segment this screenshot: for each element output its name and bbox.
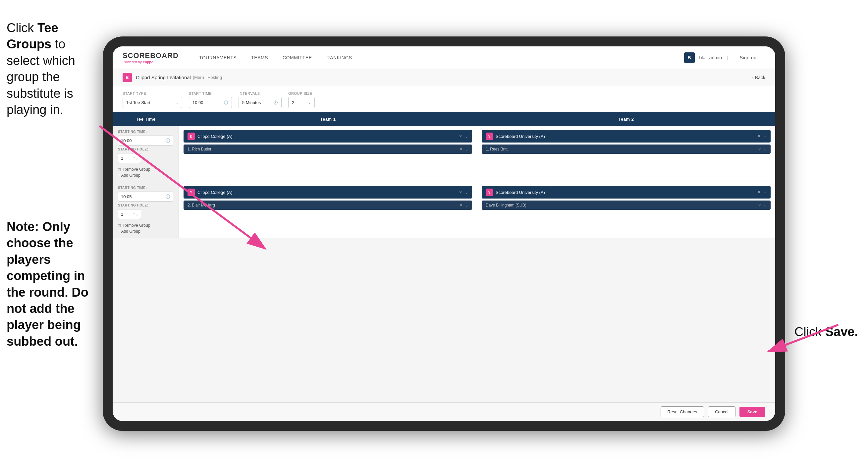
signout-link[interactable]: Sign out: [733, 52, 765, 63]
stepper-icon-2: ⌃⌄: [132, 212, 138, 216]
expand-icon-player-2-1[interactable]: ⌄: [465, 203, 468, 207]
save-button[interactable]: Save: [740, 407, 765, 417]
start-time-input[interactable]: 10:00 🕐: [189, 97, 232, 108]
starting-hole-label-2: STARTING HOLE:: [118, 204, 173, 207]
group-size-input[interactable]: 2 ⌄: [288, 97, 315, 108]
starting-time-input-2[interactable]: 10:05 🕐: [118, 192, 173, 202]
tablet-frame: SCOREBOARD Powered by clippd TOURNAMENTS…: [103, 36, 785, 431]
group-size-label: Group Size: [288, 91, 315, 95]
instruction-text-content: Click Tee Groups to select which group t…: [7, 21, 75, 117]
starting-time-label-2: STARTING TIME:: [118, 186, 173, 189]
settings-row: Start Type 1st Tee Start ⌄ Start Time 10…: [113, 86, 775, 108]
col-team1: Team 1: [179, 112, 477, 126]
intervals-field: Intervals 5 Minutes 🕐: [239, 91, 282, 108]
intervals-input[interactable]: 5 Minutes 🕐: [239, 97, 282, 108]
player-name-2-2: Dave Billingham (SUB): [486, 203, 526, 207]
event-icon: B: [123, 73, 132, 82]
event-title: Clippd Spring Invitational: [136, 75, 191, 80]
close-icon-2-1[interactable]: ✕: [459, 190, 462, 195]
admin-label: blair admin: [700, 55, 722, 60]
close-icon-1-1[interactable]: ✕: [459, 134, 462, 139]
team-controls-2-1: ✕ ⌄: [459, 190, 468, 195]
nav-right: B blair admin | Sign out: [684, 52, 766, 63]
group-2-actions: 🗑 Remove Group + Add Group: [118, 223, 173, 234]
group-2-team1: B Clippd College (A) ✕ ⌄ 2. Blair McHarg…: [179, 182, 477, 238]
tablet-screen: SCOREBOARD Powered by clippd TOURNAMENTS…: [113, 47, 775, 421]
group-1-team2: S Scoreboard University (A) ✕ ⌄ 1. Rees …: [477, 126, 775, 182]
remove-group-button-1[interactable]: 🗑 Remove Group: [118, 167, 173, 172]
add-group-button-2[interactable]: + Add Group: [118, 229, 173, 234]
expand-icon-1-2[interactable]: ⌄: [763, 134, 767, 139]
player-card-1-2[interactable]: 1. Rees Britt ✕ ⌄: [482, 145, 771, 154]
expand-icon-2-2[interactable]: ⌄: [763, 190, 767, 195]
logo-scoreboard: SCOREBOARD: [123, 51, 179, 60]
nav-teams[interactable]: TEAMS: [244, 52, 275, 63]
group-size-field: Group Size 2 ⌄: [288, 91, 315, 108]
nav-rankings[interactable]: RANKINGS: [319, 52, 360, 63]
expand-icon-player-2-2[interactable]: ⌄: [764, 203, 767, 207]
team-name-1-1: Clippd College (A): [197, 134, 459, 139]
player-card-2-2[interactable]: Dave Billingham (SUB) ✕ ⌄: [482, 201, 771, 210]
expand-icon-player-1-1[interactable]: ⌄: [465, 147, 468, 151]
trash-icon-2: 🗑: [118, 223, 122, 228]
note-text: Note: Only choose the players competing …: [0, 219, 103, 350]
player-controls-2-1: ✕ ⌄: [460, 203, 468, 207]
starting-hole-input-1[interactable]: 1 ⌃⌄: [118, 153, 141, 163]
close-icon-1-2[interactable]: ✕: [757, 134, 761, 139]
close-icon-2-2[interactable]: ✕: [757, 190, 761, 195]
starting-hole-label-1: STARTING HOLE:: [118, 147, 173, 151]
start-type-label: Start Type: [123, 91, 182, 95]
note-content: Note: Only choose the players competing …: [7, 220, 89, 348]
cancel-button[interactable]: Cancel: [708, 406, 735, 417]
player-controls-1-2: ✕ ⌄: [758, 147, 767, 151]
team-card-1-1[interactable]: B Clippd College (A) ✕ ⌄: [184, 130, 472, 143]
starting-time-label-1: STARTING TIME:: [118, 130, 173, 134]
team-controls-1-1: ✕ ⌄: [459, 134, 468, 139]
stepper-icon-1: ⌃⌄: [132, 156, 138, 160]
close-icon-player-2-2[interactable]: ✕: [758, 203, 761, 207]
group-1-left: STARTING TIME: 10:00 🕐 STARTING HOLE: 1 …: [113, 126, 179, 182]
player-card-2-1[interactable]: 2. Blair McHarg ✕ ⌄: [184, 201, 472, 210]
team-controls-2-2: ✕ ⌄: [757, 190, 767, 195]
team-card-1-2[interactable]: S Scoreboard University (A) ✕ ⌄: [482, 130, 771, 143]
remove-group-button-2[interactable]: 🗑 Remove Group: [118, 223, 173, 228]
player-name-2-1: 2. Blair McHarg: [187, 203, 215, 207]
close-icon-player-2-1[interactable]: ✕: [460, 203, 463, 207]
close-icon-player-1-2[interactable]: ✕: [758, 147, 761, 151]
logo-area: SCOREBOARD Powered by clippd: [123, 51, 179, 64]
clock-icon-2: 🕐: [273, 100, 278, 105]
group-2-team2: S Scoreboard University (A) ✕ ⌄ Dave Bil…: [477, 182, 775, 238]
close-icon-player-1-1[interactable]: ✕: [460, 147, 463, 151]
nav-committee[interactable]: COMMITTEE: [275, 52, 319, 63]
nav-links: TOURNAMENTS TEAMS COMMITTEE RANKINGS: [192, 52, 684, 63]
group-2-left: STARTING TIME: 10:05 🕐 STARTING HOLE: 1 …: [113, 182, 179, 238]
player-card-1-1[interactable]: 1. Rich Butler ✕ ⌄: [184, 145, 472, 154]
expand-icon-player-1-2[interactable]: ⌄: [764, 147, 767, 151]
team-icon-2-1: B: [187, 188, 195, 196]
starting-time-input-1[interactable]: 10:00 🕐: [118, 136, 173, 146]
clock-icon: 🕐: [224, 100, 228, 105]
reset-changes-button[interactable]: Reset Changes: [661, 406, 704, 417]
player-name-1-1: 1. Rich Butler: [187, 147, 211, 151]
team-name-2-1: Clippd College (A): [197, 190, 459, 195]
expand-icon-1-1[interactable]: ⌄: [465, 134, 468, 139]
team-card-2-1[interactable]: B Clippd College (A) ✕ ⌄: [184, 186, 472, 199]
expand-icon-2-1[interactable]: ⌄: [465, 190, 468, 195]
back-button[interactable]: ‹ Back: [752, 75, 765, 80]
start-time-label: Start Time: [189, 91, 232, 95]
start-time-field: Start Time 10:00 🕐: [189, 91, 232, 108]
save-bold: Save.: [825, 325, 858, 339]
nav-tournaments[interactable]: TOURNAMENTS: [192, 52, 244, 63]
player-name-1-2: 1. Rees Britt: [486, 147, 507, 151]
separator: |: [726, 55, 728, 60]
group-1-actions: 🗑 Remove Group + Add Group: [118, 167, 173, 178]
starting-hole-input-2[interactable]: 1 ⌃⌄: [118, 209, 141, 219]
team-card-2-2[interactable]: S Scoreboard University (A) ✕ ⌄: [482, 186, 771, 199]
hosting-label: Hosting: [207, 75, 222, 80]
add-group-button-1[interactable]: + Add Group: [118, 173, 173, 178]
group-row: STARTING TIME: 10:00 🕐 STARTING HOLE: 1 …: [113, 126, 775, 182]
group-row-2: STARTING TIME: 10:05 🕐 STARTING HOLE: 1 …: [113, 182, 775, 238]
team-name-2-2: Scoreboard University (A): [496, 190, 757, 195]
start-type-input[interactable]: 1st Tee Start ⌄: [123, 97, 182, 108]
table-header: Tee Time Team 1 Team 2: [113, 112, 775, 126]
